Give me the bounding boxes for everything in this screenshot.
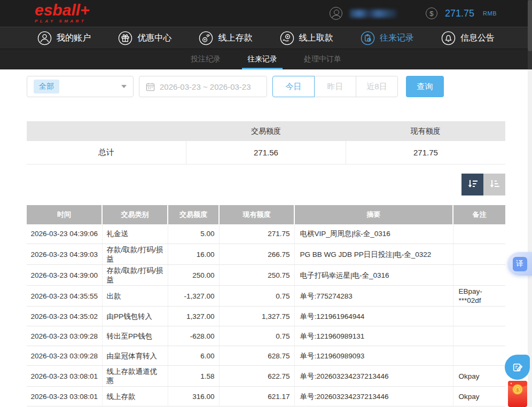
cell-summary: 单号:121960989093: [294, 346, 453, 366]
svg-text:$: $: [516, 387, 519, 393]
cell-time: 2026-03-23 03:09:28: [27, 326, 102, 346]
brand-logo[interactable]: esball+ PLAY SMART: [35, 2, 90, 24]
cell-amount: 1.58: [168, 366, 219, 387]
cell-remark: [453, 265, 505, 286]
red-envelope-icon: $: [507, 380, 528, 407]
table-row: 2026-03-23 04:39:00存款/取款/打码/损益250.00250.…: [27, 265, 505, 286]
date-range-value: 2026-03-23 ~ 2026-03-23: [160, 82, 251, 91]
cell-summary: 单号:202603234237213446: [294, 387, 453, 406]
summary-transaction-total: 271.56: [186, 141, 346, 164]
tab-pending-orders[interactable]: 处理中订单: [301, 49, 345, 69]
button-label: 昨日: [327, 82, 343, 92]
last-8-days-button[interactable]: 近8日: [356, 76, 398, 97]
cell-remark: EBpay-***02df: [453, 286, 505, 307]
cell-time: 2026-03-23 04:39:03: [27, 244, 102, 265]
cell-balance: 621.17: [219, 387, 294, 406]
cell-time: 2026-03-23 03:09:28: [27, 346, 102, 366]
sort-asc-icon: [488, 178, 501, 191]
today-button[interactable]: 今日: [272, 76, 315, 97]
cell-type: 由PP钱包转入: [102, 307, 168, 326]
nav-label: 优惠中心: [137, 33, 171, 44]
nav-label: 往来记录: [380, 33, 414, 44]
calendar-icon: [146, 82, 155, 91]
cell-balance: 0.75: [219, 286, 294, 307]
tab-bet-records[interactable]: 投注纪录: [187, 49, 224, 69]
header-type: 交易类别: [102, 205, 168, 224]
button-label: 今日: [286, 82, 302, 92]
nav-item-deposit[interactable]: 线上存款: [199, 31, 252, 45]
summary-total-row: 总计 271.56 271.75: [27, 141, 505, 164]
filter-row: 全部 2026-03-23 ~ 2026-03-23 今日 昨日 近8日 查询: [27, 76, 505, 97]
coin-icon: $: [426, 7, 437, 19]
nav-item-my-account[interactable]: 我的账户: [37, 31, 91, 45]
nav-item-announcements[interactable]: 信息公告: [441, 31, 495, 45]
chevron-down-icon: [121, 85, 127, 88]
transactions-table: 时间 交易类别 交易额度 现有额度 摘要 备注 2026-03-23 04:39…: [27, 205, 505, 407]
tab-label: 投注纪录: [191, 54, 221, 64]
cell-remark: [453, 307, 505, 326]
sort-descending-button[interactable]: [461, 174, 483, 195]
cell-time: 2026-03-23 04:35:55: [27, 286, 102, 307]
cell-summary: 单号:775274283: [294, 286, 453, 307]
nav-label: 线上存款: [218, 33, 252, 44]
account-balance: 271.75: [445, 8, 474, 19]
table-row: 2026-03-23 03:09:28转出至PP钱包-628.000.75单号:…: [27, 326, 505, 346]
username-redacted: [350, 10, 397, 18]
scrollbar-thumb[interactable]: [528, 0, 532, 51]
table-row: 2026-03-23 03:08:01线上存款316.00621.17单号:20…: [27, 387, 505, 406]
button-label: 近8日: [366, 82, 387, 92]
summary-header-empty: [27, 121, 186, 141]
cell-summary: 电棋VIP_周周息|综-全_0316: [294, 224, 453, 244]
cell-time: 2026-03-23 03:08:01: [27, 366, 102, 387]
summary-header-transaction: 交易额度: [186, 121, 346, 141]
gift-icon: [118, 31, 132, 45]
nav-label: 我的账户: [57, 33, 91, 44]
cell-remark: [453, 326, 505, 346]
cell-type: 存款/取款/打码/损益: [102, 265, 168, 286]
main-nav: 我的账户 优惠中心 线上存款 线上取款 往来记录 信息公告: [0, 27, 532, 49]
cell-balance: 271.75: [219, 224, 294, 244]
page-scrollbar[interactable]: [528, 0, 532, 407]
table-row: 2026-03-23 04:35:02由PP钱包转入1,327.001,327.…: [27, 307, 505, 326]
type-select[interactable]: 全部: [27, 76, 134, 97]
cell-amount: -628.00: [168, 326, 219, 346]
summary-header-balance: 现有额度: [346, 121, 505, 141]
nav-item-transaction-records[interactable]: 往来记录: [361, 31, 414, 45]
tab-transaction-records[interactable]: 往来记录: [244, 49, 280, 69]
nav-item-promotions[interactable]: 优惠中心: [118, 31, 171, 45]
search-button[interactable]: 查询: [406, 76, 444, 97]
cell-balance: 266.75: [219, 244, 294, 265]
cell-remark: [453, 346, 505, 366]
sort-ascending-button[interactable]: [483, 174, 505, 195]
cell-summary: PG BB WG JDB PP日日投注|电-全_0322: [294, 244, 453, 265]
cell-amount: 6.00: [168, 346, 219, 366]
cell-balance: 628.75: [219, 346, 294, 366]
nav-item-withdraw[interactable]: 线上取款: [280, 31, 333, 45]
table-row: 2026-03-23 04:35:55出款-1,327.000.75单号:775…: [27, 286, 505, 307]
top-bar: esball+ PLAY SMART $ 271.75 RMB: [0, 0, 532, 27]
header-balance: 现有额度: [219, 205, 294, 224]
summary-balance-total: 271.75: [346, 141, 505, 164]
date-range-input[interactable]: 2026-03-23 ~ 2026-03-23: [139, 76, 267, 97]
transactions-body: 2026-03-23 04:39:06礼金送5.00271.75电棋VIP_周周…: [27, 224, 505, 406]
table-row: 2026-03-23 04:39:03存款/取款/打码/损益16.00266.7…: [27, 244, 505, 265]
cell-amount: 5.00: [168, 224, 219, 244]
user-icon: [37, 31, 52, 45]
cell-type: 转出至PP钱包: [102, 326, 168, 346]
quick-range-group: 今日 昨日 近8日: [272, 76, 398, 97]
header-summary: 摘要: [294, 205, 453, 224]
cell-type: 存款/取款/打码/损益: [102, 244, 168, 265]
yesterday-button[interactable]: 昨日: [314, 76, 356, 97]
red-envelope-button[interactable]: $: [507, 380, 528, 407]
header-time: 时间: [27, 205, 102, 224]
cell-time: 2026-03-23 03:08:01: [27, 387, 102, 406]
cell-amount: 316.00: [168, 387, 219, 406]
cell-balance: 0.75: [219, 326, 294, 346]
feedback-edit-button[interactable]: [505, 355, 530, 380]
tab-label: 处理中订单: [304, 54, 341, 64]
cell-remark: Okpay: [453, 366, 505, 387]
translate-button[interactable]: 译: [507, 252, 532, 276]
currency-label: RMB: [483, 10, 497, 17]
cell-time: 2026-03-23 04:35:02: [27, 307, 102, 326]
cell-amount: -1,327.00: [168, 286, 219, 307]
